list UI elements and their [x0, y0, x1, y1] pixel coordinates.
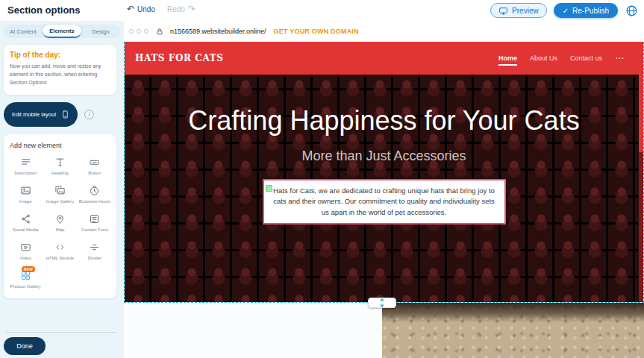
element-label: Map — [56, 227, 65, 233]
new-badge: NEW — [22, 266, 36, 272]
element-label: Description — [14, 170, 37, 176]
resize-arrows-icon — [378, 298, 386, 307]
hero-paragraph: Hats for Cats, we are dedicated to craft… — [273, 186, 495, 216]
scrollbar-track[interactable] — [639, 42, 643, 302]
element-label: Contact Form — [81, 227, 108, 233]
element-label: Heading — [51, 170, 68, 176]
map-icon — [54, 213, 66, 224]
mobile-layout-row: Edit mobile layout i — [4, 102, 116, 127]
undo-label: Undo — [137, 5, 155, 13]
contact-form-icon — [89, 213, 100, 224]
globe-icon — [625, 4, 638, 17]
preview-label: Preview — [512, 7, 539, 15]
hero-heading[interactable]: Crafting Happiness for Your Cats — [183, 104, 586, 136]
tab-design[interactable]: Design — [81, 25, 120, 38]
undo-button[interactable]: ↶ Undo — [127, 4, 155, 13]
element-item-contact-form[interactable]: Contact Form — [79, 213, 110, 233]
element-label: Divider — [87, 255, 101, 261]
divider-icon — [89, 242, 100, 253]
site-viewport: HATS FOR CATS Home About Us Contact us ⋯… — [124, 42, 644, 303]
image-icon — [20, 185, 31, 196]
element-item-heading[interactable]: Heading — [44, 157, 75, 176]
edit-mobile-label: Edit mobile layout — [12, 111, 56, 118]
lock-icon — [156, 28, 163, 36]
element-item-image-gallery[interactable]: Image Gallery — [44, 185, 75, 204]
republish-button[interactable]: ✓ Re-Publish — [554, 3, 618, 18]
language-globe-button[interactable] — [625, 4, 638, 17]
element-item-business-hours[interactable]: Business Hours — [79, 185, 110, 204]
sidebar-divider — [6, 332, 116, 333]
heading-icon — [54, 157, 66, 168]
hero-subheading[interactable]: More than Just Accessories — [301, 148, 466, 164]
app: Section options ↶ Undo Redo ↷ Preview ✓ … — [0, 0, 644, 358]
republish-label: Re-Publish — [572, 7, 609, 15]
scrollbar-thumb[interactable] — [639, 42, 643, 152]
site-logo[interactable]: HATS FOR CATS — [135, 53, 224, 63]
next-section-area — [124, 303, 644, 358]
element-label: HTML Module — [46, 255, 74, 261]
element-item-video[interactable]: Video — [10, 242, 41, 261]
image-gallery-icon — [54, 185, 66, 196]
window-dot — [137, 29, 141, 34]
business-hours-icon — [89, 185, 100, 196]
element-item-social-media[interactable]: Social Media — [10, 213, 41, 233]
element-item-html-module[interactable]: HTML Module — [44, 242, 75, 261]
undo-icon: ↶ — [127, 4, 134, 13]
hero-section: Crafting Happiness for Your Cats More th… — [125, 75, 643, 303]
topbar: Section options ↶ Undo Redo ↷ Preview ✓ … — [0, 0, 644, 21]
video-icon — [20, 242, 31, 253]
site-url: n1566589.websitebuilder.online/ — [170, 28, 266, 35]
next-section-photo — [382, 303, 644, 358]
check-icon: ✓ — [563, 7, 569, 15]
window-dot — [129, 29, 134, 34]
element-item-divider[interactable]: Divider — [79, 242, 110, 261]
element-label: Product Gallery — [10, 283, 40, 289]
redo-button[interactable]: Redo ↷ — [167, 4, 196, 13]
element-label: Button — [88, 170, 101, 176]
element-item-product-gallery[interactable]: NEW Product Gallery — [10, 270, 41, 289]
tip-card: Tip of the day: Now you can add, move an… — [4, 45, 116, 95]
element-drag-handle[interactable] — [266, 185, 272, 192]
done-button[interactable]: Done — [4, 337, 46, 355]
element-item-description[interactable]: Description — [10, 157, 41, 176]
browser-bar: n1566589.websitebuilder.online/ GET YOUR… — [124, 25, 644, 38]
sidebar-tab-bar: AI Content Elements Design — [4, 25, 120, 38]
page-title: Section options — [7, 4, 81, 16]
site-header: HATS FOR CATS Home About Us Contact us ⋯ — [125, 42, 643, 75]
topbar-actions: Preview ✓ Re-Publish — [490, 3, 638, 18]
sidebar: AI Content Elements Design Tip of the da… — [0, 21, 124, 358]
element-label: Social Media — [13, 227, 38, 233]
element-item-button[interactable]: Button — [79, 157, 110, 176]
add-element-heading: Add new element — [10, 142, 110, 149]
add-element-panel: Add new element Description Heading Butt… — [4, 134, 116, 298]
nav-home[interactable]: Home — [498, 54, 517, 66]
tab-ai-content[interactable]: AI Content — [4, 25, 43, 38]
window-dot — [144, 29, 149, 34]
info-icon[interactable]: i — [84, 110, 94, 119]
element-label: Video — [20, 255, 31, 261]
button-icon — [89, 157, 100, 168]
element-item-image[interactable]: Image — [10, 185, 41, 204]
element-grid: Description Heading Button Image Image G… — [10, 157, 110, 289]
site-nav: Home About Us Contact us ⋯ — [498, 54, 624, 63]
element-label: Image — [19, 198, 32, 204]
preview-button[interactable]: Preview — [490, 3, 547, 18]
edit-mobile-layout-button[interactable]: Edit mobile layout — [4, 102, 78, 127]
redo-icon: ↷ — [188, 4, 196, 13]
tab-elements[interactable]: Elements — [43, 25, 81, 38]
phone-icon — [61, 109, 69, 120]
tip-body: Now you can add, move and resize any ele… — [10, 62, 110, 87]
element-item-map[interactable]: Map — [44, 213, 75, 233]
nav-contact-us[interactable]: Contact us — [570, 54, 602, 62]
html-module-icon — [54, 242, 66, 253]
redo-label: Redo — [167, 5, 185, 13]
get-domain-link[interactable]: GET YOUR OWN DOMAIN — [274, 28, 359, 35]
nav-about-us[interactable]: About Us — [530, 54, 557, 62]
tip-heading: Tip of the day: — [10, 51, 110, 59]
preview-area: n1566589.websitebuilder.online/ GET YOUR… — [124, 21, 644, 358]
section-resize-handle[interactable] — [368, 298, 396, 308]
nav-more-button[interactable]: ⋯ — [615, 54, 624, 63]
element-label: Image Gallery — [46, 198, 74, 204]
element-label: Business Hours — [79, 198, 110, 204]
hero-paragraph-box[interactable]: Hats for Cats, we are dedicated to craft… — [263, 179, 506, 224]
